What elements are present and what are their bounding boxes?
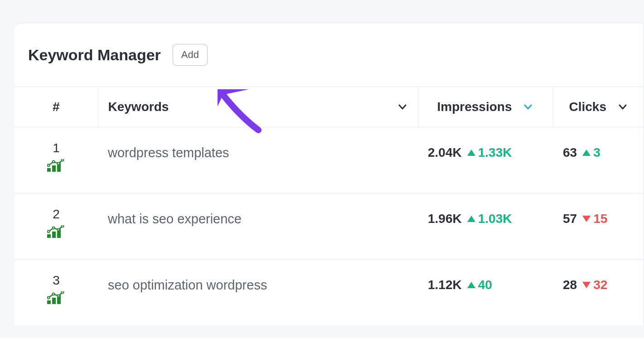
- keyword-cell: seo optimization wordpress: [98, 260, 418, 326]
- chevron-down-icon: [397, 101, 408, 112]
- chart-icon[interactable]: [47, 291, 65, 307]
- clicks-cell: 2832: [553, 260, 644, 326]
- impressions-value: 1.12K: [428, 278, 462, 292]
- col-header-clicks[interactable]: Clicks: [553, 87, 644, 127]
- svg-rect-15: [52, 298, 56, 304]
- row-number: 1: [24, 141, 88, 155]
- impressions-value: 1.96K: [428, 212, 462, 226]
- svg-point-13: [62, 225, 64, 227]
- svg-rect-0: [47, 168, 51, 172]
- impressions-delta-value: 1.33K: [478, 145, 512, 160]
- svg-point-19: [58, 295, 60, 297]
- svg-point-5: [58, 163, 60, 165]
- svg-point-10: [48, 231, 50, 233]
- clicks-delta-value: 3: [593, 145, 600, 160]
- trend-up-icon: [467, 216, 475, 222]
- clicks-delta-value: 32: [593, 278, 607, 292]
- impressions-delta-value: 40: [478, 278, 492, 292]
- impressions-delta: 1.33K: [467, 145, 512, 160]
- keyword-cell: wordpress templates: [98, 127, 418, 193]
- trend-up-icon: [467, 150, 475, 156]
- svg-rect-7: [47, 234, 51, 238]
- chevron-down-icon: [617, 101, 628, 112]
- col-header-impressions[interactable]: Impressions: [418, 87, 553, 127]
- svg-point-6: [62, 159, 64, 161]
- col-header-clicks-label: Clicks: [569, 100, 607, 114]
- keyword-table: # Keywords Impressions: [15, 87, 644, 325]
- clicks-cell: 633: [553, 127, 644, 193]
- impressions-delta-value: 1.03K: [478, 212, 512, 226]
- table-row[interactable]: 1wordpress templates2.04K1.33K633: [15, 127, 644, 193]
- col-header-keywords[interactable]: Keywords: [98, 87, 418, 127]
- trend-up-icon: [582, 150, 591, 156]
- page-title: Keyword Manager: [28, 46, 161, 64]
- col-header-num-label: #: [53, 100, 60, 114]
- table-row[interactable]: 3seo optimization wordpress1.12K402832: [15, 260, 644, 326]
- clicks-value: 28: [563, 278, 577, 292]
- clicks-delta-value: 15: [593, 212, 607, 226]
- keyword-text[interactable]: wordpress templates: [108, 145, 229, 160]
- chart-icon[interactable]: [47, 225, 65, 241]
- impressions-value: 2.04K: [428, 145, 462, 160]
- keyword-text[interactable]: what is seo experience: [108, 212, 242, 226]
- clicks-delta: 3: [582, 145, 600, 160]
- col-header-impressions-label: Impressions: [437, 100, 512, 114]
- clicks-value: 57: [563, 212, 577, 226]
- row-number-cell: 1: [15, 127, 98, 193]
- chevron-down-icon: [523, 101, 533, 112]
- row-number: 3: [24, 273, 88, 288]
- svg-point-12: [58, 229, 60, 231]
- impressions-delta: 1.03K: [467, 212, 512, 226]
- svg-point-20: [62, 291, 64, 294]
- trend-down-icon: [582, 282, 591, 288]
- svg-point-17: [48, 297, 50, 299]
- impressions-cell: 1.12K40: [418, 260, 553, 326]
- row-number-cell: 3: [15, 260, 98, 326]
- trend-up-icon: [467, 282, 475, 288]
- clicks-value: 63: [563, 145, 577, 160]
- panel-header: Keyword Manager Add: [15, 23, 644, 87]
- svg-point-4: [53, 161, 55, 163]
- svg-rect-8: [52, 232, 56, 238]
- clicks-cell: 5715: [553, 193, 644, 260]
- row-number-cell: 2: [15, 193, 98, 260]
- chart-icon[interactable]: [47, 159, 65, 175]
- impressions-delta: 40: [467, 278, 492, 292]
- table-row[interactable]: 2what is seo experience1.96K1.03K5715: [15, 193, 644, 260]
- svg-point-3: [48, 164, 50, 167]
- svg-point-11: [53, 227, 55, 229]
- col-header-num[interactable]: #: [15, 87, 98, 127]
- clicks-delta: 32: [582, 278, 607, 292]
- svg-rect-14: [47, 300, 51, 304]
- row-number: 2: [24, 207, 88, 222]
- keyword-manager-panel: Keyword Manager Add # Keywords: [15, 23, 644, 325]
- clicks-delta: 15: [582, 212, 607, 226]
- impressions-cell: 1.96K1.03K: [418, 193, 553, 260]
- add-button[interactable]: Add: [173, 44, 208, 66]
- impressions-cell: 2.04K1.33K: [418, 127, 553, 193]
- col-header-keywords-label: Keywords: [108, 100, 169, 114]
- svg-rect-1: [52, 165, 56, 172]
- keyword-text[interactable]: seo optimization wordpress: [108, 278, 267, 292]
- svg-point-18: [53, 293, 55, 295]
- keyword-cell: what is seo experience: [98, 193, 418, 260]
- trend-down-icon: [582, 216, 591, 222]
